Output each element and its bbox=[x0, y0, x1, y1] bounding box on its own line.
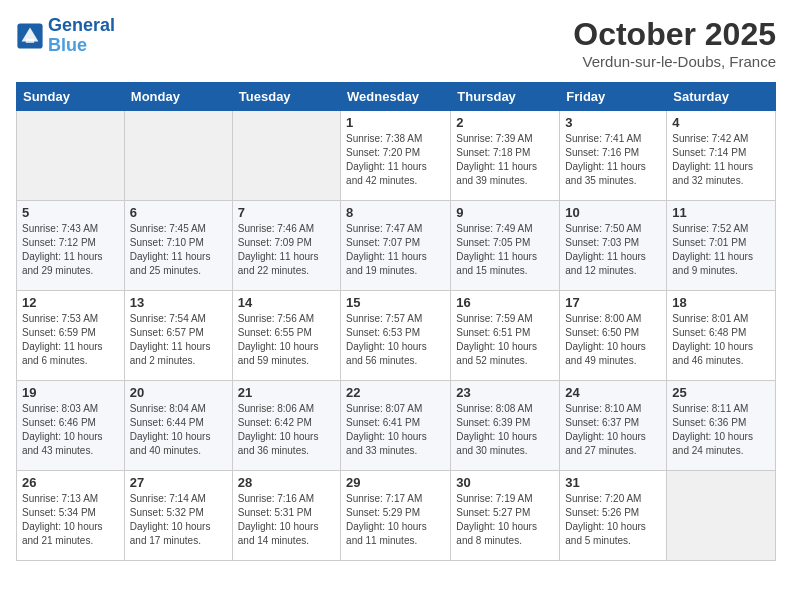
calendar-cell: 6Sunrise: 7:45 AM Sunset: 7:10 PM Daylig… bbox=[124, 201, 232, 291]
calendar-cell: 24Sunrise: 8:10 AM Sunset: 6:37 PM Dayli… bbox=[560, 381, 667, 471]
calendar-cell: 12Sunrise: 7:53 AM Sunset: 6:59 PM Dayli… bbox=[17, 291, 125, 381]
day-number: 28 bbox=[238, 475, 335, 490]
day-info: Sunrise: 7:50 AM Sunset: 7:03 PM Dayligh… bbox=[565, 222, 661, 278]
day-number: 1 bbox=[346, 115, 445, 130]
day-number: 5 bbox=[22, 205, 119, 220]
day-info: Sunrise: 8:03 AM Sunset: 6:46 PM Dayligh… bbox=[22, 402, 119, 458]
calendar-cell: 30Sunrise: 7:19 AM Sunset: 5:27 PM Dayli… bbox=[451, 471, 560, 561]
location: Verdun-sur-le-Doubs, France bbox=[573, 53, 776, 70]
calendar-week-row: 26Sunrise: 7:13 AM Sunset: 5:34 PM Dayli… bbox=[17, 471, 776, 561]
day-info: Sunrise: 8:11 AM Sunset: 6:36 PM Dayligh… bbox=[672, 402, 770, 458]
day-info: Sunrise: 7:52 AM Sunset: 7:01 PM Dayligh… bbox=[672, 222, 770, 278]
day-number: 19 bbox=[22, 385, 119, 400]
day-info: Sunrise: 7:14 AM Sunset: 5:32 PM Dayligh… bbox=[130, 492, 227, 548]
day-info: Sunrise: 7:38 AM Sunset: 7:20 PM Dayligh… bbox=[346, 132, 445, 188]
day-number: 2 bbox=[456, 115, 554, 130]
day-number: 26 bbox=[22, 475, 119, 490]
day-info: Sunrise: 8:07 AM Sunset: 6:41 PM Dayligh… bbox=[346, 402, 445, 458]
calendar-cell: 20Sunrise: 8:04 AM Sunset: 6:44 PM Dayli… bbox=[124, 381, 232, 471]
calendar-cell: 7Sunrise: 7:46 AM Sunset: 7:09 PM Daylig… bbox=[232, 201, 340, 291]
day-number: 16 bbox=[456, 295, 554, 310]
day-number: 14 bbox=[238, 295, 335, 310]
day-info: Sunrise: 8:10 AM Sunset: 6:37 PM Dayligh… bbox=[565, 402, 661, 458]
day-number: 3 bbox=[565, 115, 661, 130]
day-info: Sunrise: 7:46 AM Sunset: 7:09 PM Dayligh… bbox=[238, 222, 335, 278]
day-number: 25 bbox=[672, 385, 770, 400]
calendar-cell: 16Sunrise: 7:59 AM Sunset: 6:51 PM Dayli… bbox=[451, 291, 560, 381]
day-info: Sunrise: 8:06 AM Sunset: 6:42 PM Dayligh… bbox=[238, 402, 335, 458]
svg-rect-2 bbox=[26, 39, 34, 43]
logo: General Blue bbox=[16, 16, 115, 56]
calendar-cell: 15Sunrise: 7:57 AM Sunset: 6:53 PM Dayli… bbox=[341, 291, 451, 381]
calendar-week-row: 5Sunrise: 7:43 AM Sunset: 7:12 PM Daylig… bbox=[17, 201, 776, 291]
day-number: 10 bbox=[565, 205, 661, 220]
day-number: 17 bbox=[565, 295, 661, 310]
calendar-cell: 9Sunrise: 7:49 AM Sunset: 7:05 PM Daylig… bbox=[451, 201, 560, 291]
calendar-cell: 19Sunrise: 8:03 AM Sunset: 6:46 PM Dayli… bbox=[17, 381, 125, 471]
day-info: Sunrise: 7:17 AM Sunset: 5:29 PM Dayligh… bbox=[346, 492, 445, 548]
column-header-saturday: Saturday bbox=[667, 83, 776, 111]
page-header: General Blue October 2025 Verdun-sur-le-… bbox=[16, 16, 776, 70]
column-header-wednesday: Wednesday bbox=[341, 83, 451, 111]
column-header-friday: Friday bbox=[560, 83, 667, 111]
calendar-cell: 22Sunrise: 8:07 AM Sunset: 6:41 PM Dayli… bbox=[341, 381, 451, 471]
calendar-cell: 31Sunrise: 7:20 AM Sunset: 5:26 PM Dayli… bbox=[560, 471, 667, 561]
day-info: Sunrise: 7:39 AM Sunset: 7:18 PM Dayligh… bbox=[456, 132, 554, 188]
day-info: Sunrise: 7:49 AM Sunset: 7:05 PM Dayligh… bbox=[456, 222, 554, 278]
day-info: Sunrise: 7:57 AM Sunset: 6:53 PM Dayligh… bbox=[346, 312, 445, 368]
calendar-cell: 8Sunrise: 7:47 AM Sunset: 7:07 PM Daylig… bbox=[341, 201, 451, 291]
logo-text: General Blue bbox=[48, 16, 115, 56]
calendar-cell bbox=[17, 111, 125, 201]
day-info: Sunrise: 8:01 AM Sunset: 6:48 PM Dayligh… bbox=[672, 312, 770, 368]
calendar-cell: 27Sunrise: 7:14 AM Sunset: 5:32 PM Dayli… bbox=[124, 471, 232, 561]
day-number: 23 bbox=[456, 385, 554, 400]
day-info: Sunrise: 7:20 AM Sunset: 5:26 PM Dayligh… bbox=[565, 492, 661, 548]
calendar-cell: 29Sunrise: 7:17 AM Sunset: 5:29 PM Dayli… bbox=[341, 471, 451, 561]
day-number: 18 bbox=[672, 295, 770, 310]
calendar-cell: 18Sunrise: 8:01 AM Sunset: 6:48 PM Dayli… bbox=[667, 291, 776, 381]
day-number: 7 bbox=[238, 205, 335, 220]
day-info: Sunrise: 7:59 AM Sunset: 6:51 PM Dayligh… bbox=[456, 312, 554, 368]
day-info: Sunrise: 7:43 AM Sunset: 7:12 PM Dayligh… bbox=[22, 222, 119, 278]
day-info: Sunrise: 7:47 AM Sunset: 7:07 PM Dayligh… bbox=[346, 222, 445, 278]
calendar-cell bbox=[667, 471, 776, 561]
day-info: Sunrise: 7:45 AM Sunset: 7:10 PM Dayligh… bbox=[130, 222, 227, 278]
day-number: 21 bbox=[238, 385, 335, 400]
calendar-cell bbox=[232, 111, 340, 201]
calendar-cell: 14Sunrise: 7:56 AM Sunset: 6:55 PM Dayli… bbox=[232, 291, 340, 381]
calendar-cell: 25Sunrise: 8:11 AM Sunset: 6:36 PM Dayli… bbox=[667, 381, 776, 471]
calendar-cell: 11Sunrise: 7:52 AM Sunset: 7:01 PM Dayli… bbox=[667, 201, 776, 291]
calendar-cell: 21Sunrise: 8:06 AM Sunset: 6:42 PM Dayli… bbox=[232, 381, 340, 471]
day-info: Sunrise: 7:42 AM Sunset: 7:14 PM Dayligh… bbox=[672, 132, 770, 188]
day-info: Sunrise: 7:54 AM Sunset: 6:57 PM Dayligh… bbox=[130, 312, 227, 368]
column-header-thursday: Thursday bbox=[451, 83, 560, 111]
day-info: Sunrise: 7:41 AM Sunset: 7:16 PM Dayligh… bbox=[565, 132, 661, 188]
day-number: 27 bbox=[130, 475, 227, 490]
day-number: 31 bbox=[565, 475, 661, 490]
day-info: Sunrise: 7:56 AM Sunset: 6:55 PM Dayligh… bbox=[238, 312, 335, 368]
column-header-sunday: Sunday bbox=[17, 83, 125, 111]
calendar-cell: 2Sunrise: 7:39 AM Sunset: 7:18 PM Daylig… bbox=[451, 111, 560, 201]
day-info: Sunrise: 8:04 AM Sunset: 6:44 PM Dayligh… bbox=[130, 402, 227, 458]
calendar-cell: 17Sunrise: 8:00 AM Sunset: 6:50 PM Dayli… bbox=[560, 291, 667, 381]
calendar-week-row: 12Sunrise: 7:53 AM Sunset: 6:59 PM Dayli… bbox=[17, 291, 776, 381]
day-number: 30 bbox=[456, 475, 554, 490]
calendar-week-row: 19Sunrise: 8:03 AM Sunset: 6:46 PM Dayli… bbox=[17, 381, 776, 471]
calendar-cell: 10Sunrise: 7:50 AM Sunset: 7:03 PM Dayli… bbox=[560, 201, 667, 291]
calendar-cell: 26Sunrise: 7:13 AM Sunset: 5:34 PM Dayli… bbox=[17, 471, 125, 561]
day-number: 6 bbox=[130, 205, 227, 220]
day-number: 9 bbox=[456, 205, 554, 220]
day-number: 22 bbox=[346, 385, 445, 400]
day-number: 20 bbox=[130, 385, 227, 400]
day-info: Sunrise: 7:53 AM Sunset: 6:59 PM Dayligh… bbox=[22, 312, 119, 368]
day-number: 8 bbox=[346, 205, 445, 220]
day-number: 13 bbox=[130, 295, 227, 310]
day-number: 12 bbox=[22, 295, 119, 310]
calendar-cell: 5Sunrise: 7:43 AM Sunset: 7:12 PM Daylig… bbox=[17, 201, 125, 291]
month-title: October 2025 bbox=[573, 16, 776, 53]
title-block: October 2025 Verdun-sur-le-Doubs, France bbox=[573, 16, 776, 70]
day-info: Sunrise: 7:13 AM Sunset: 5:34 PM Dayligh… bbox=[22, 492, 119, 548]
column-header-monday: Monday bbox=[124, 83, 232, 111]
day-info: Sunrise: 8:00 AM Sunset: 6:50 PM Dayligh… bbox=[565, 312, 661, 368]
day-number: 11 bbox=[672, 205, 770, 220]
